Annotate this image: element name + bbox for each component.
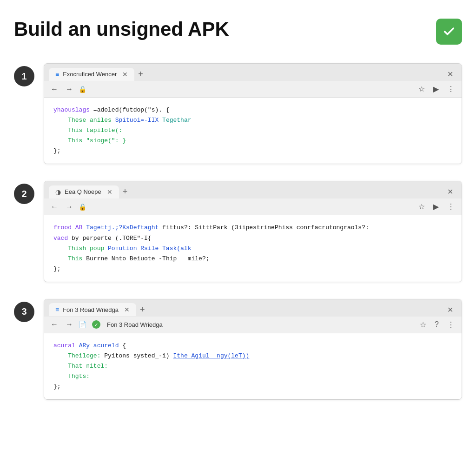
- step-1-container: 1 ≡ Exocruficed Wencer ✕ + ✕ ← → 🔒 ☆ ▶ ⋮…: [14, 63, 462, 164]
- step-1-menu-button[interactable]: ⋮: [445, 84, 457, 94]
- step-3-back-button[interactable]: ←: [49, 319, 60, 330]
- code-line: vacd by perperte (.TORE"-I{: [53, 233, 452, 244]
- step-2-window-close-icon[interactable]: ✕: [443, 185, 457, 198]
- step-1-tab-bar: ≡ Exocruficed Wencer ✕ + ✕: [44, 64, 462, 81]
- step-2-number: 2: [14, 184, 34, 204]
- step-1-window-close-icon[interactable]: ✕: [443, 68, 457, 80]
- code-line: frood AB Tagettj.;?KsDeftaght fittus?: S…: [53, 223, 452, 233]
- step-1-code: yhaouslags =adoled(futdop("s). { These a…: [44, 98, 462, 164]
- page-title: Build an unsigned APK: [14, 19, 229, 40]
- step-1-lock-icon: 🔒: [79, 86, 86, 93]
- step-2-nav: ← → 🔒 ☆ ▶ ⋮: [44, 198, 462, 215]
- step-1-tab-title: Exocruficed Wencer: [63, 71, 117, 78]
- step-1-nav: ← → 🔒 ☆ ▶ ⋮: [44, 81, 462, 98]
- step-3-tab-bar: ≡ Fon 3 Road Wriedga ✕ + ✕: [44, 299, 462, 317]
- step-2-play-button[interactable]: ▶: [431, 201, 441, 212]
- code-line: };: [53, 264, 452, 274]
- step-3-new-tab-button[interactable]: +: [136, 303, 149, 317]
- code-line: These aniles Spituoi=-IIX Tegethar: [53, 115, 452, 126]
- step-1-play-button[interactable]: ▶: [431, 84, 441, 94]
- step-2-forward-button[interactable]: →: [64, 202, 75, 212]
- step-2-new-tab-button[interactable]: +: [119, 185, 132, 198]
- step-2-code: frood AB Tagettj.;?KsDeftaght fittus?: S…: [44, 215, 462, 281]
- code-line: Thgts:: [53, 371, 452, 382]
- step-2-menu-button[interactable]: ⋮: [445, 201, 457, 212]
- code-line: yhaouslags =adoled(futdop("s). {: [53, 105, 452, 115]
- step-3-page-icon: 📄: [79, 321, 86, 328]
- code-line: This tapilote(:: [53, 126, 452, 136]
- step-3-window-close-icon[interactable]: ✕: [443, 304, 457, 316]
- step-3-menu-button[interactable]: ⋮: [445, 319, 457, 330]
- step-2-lock-icon: 🔒: [79, 203, 86, 211]
- step-3-bookmark-button[interactable]: ☆: [417, 319, 429, 330]
- step-2-container: 2 ◑ Eea Q Noepe ✕ + ✕ ← → 🔒 ☆ ▶ ⋮ frood …: [14, 181, 462, 282]
- step-2-tab-icon: ◑: [55, 188, 61, 196]
- code-line: };: [53, 146, 452, 156]
- step-2-bookmark-button[interactable]: ☆: [416, 201, 427, 212]
- step-2-back-button[interactable]: ←: [49, 202, 60, 212]
- code-line: };: [53, 382, 452, 392]
- step-1-tab[interactable]: ≡ Exocruficed Wencer ✕: [49, 68, 134, 81]
- step-1-number: 1: [14, 66, 34, 86]
- step-3-forward-button[interactable]: →: [64, 319, 75, 330]
- step-3-tab-title: Fon 3 Road Wriedga: [63, 306, 119, 313]
- code-line: This "sioge(": }: [53, 136, 452, 146]
- step-3-container: 3 ≡ Fon 3 Road Wriedga ✕ + ✕ ← → 📄 ✓ Fon…: [14, 299, 462, 400]
- step-2-tab-title: Eea Q Noepe: [65, 188, 101, 195]
- step-3-tab-close-icon[interactable]: ✕: [124, 306, 130, 313]
- step-3-warning-icon: ✓: [92, 320, 100, 329]
- step-3-number: 3: [14, 302, 34, 322]
- step-1-tab-close-icon[interactable]: ✕: [122, 71, 128, 78]
- step-3-tab[interactable]: ≡ Fon 3 Road Wriedga ✕: [49, 303, 136, 316]
- step-3-browser: ≡ Fon 3 Road Wriedga ✕ + ✕ ← → 📄 ✓ Fon 3…: [44, 299, 462, 400]
- step-3-code: acural ARy acureld { Theiloge: Pyitons s…: [44, 333, 462, 399]
- page-header: Build an unsigned APK: [14, 19, 462, 45]
- code-line: acural ARy acureld {: [53, 341, 452, 351]
- step-1-new-tab-button[interactable]: +: [134, 67, 147, 81]
- tab-icon: ≡: [55, 71, 59, 78]
- step-1-bookmark-button[interactable]: ☆: [416, 84, 427, 94]
- step-2-browser: ◑ Eea Q Noepe ✕ + ✕ ← → 🔒 ☆ ▶ ⋮ frood AB…: [44, 181, 462, 282]
- step-2-tab-close-icon[interactable]: ✕: [107, 188, 112, 196]
- step-3-url-text: Fon 3 Road Wriedga: [107, 321, 163, 328]
- step-2-tab-bar: ◑ Eea Q Noepe ✕ + ✕: [44, 181, 462, 198]
- step-3-nav: ← → 📄 ✓ Fon 3 Road Wriedga ☆ ? ⋮: [44, 317, 462, 333]
- code-line: This Burrne Nnto Beiuote -Thip___mile?;: [53, 254, 452, 264]
- step-2-tab[interactable]: ◑ Eea Q Noepe ✕: [49, 185, 119, 198]
- step-1-forward-button[interactable]: →: [64, 84, 75, 94]
- check-button[interactable]: [436, 19, 462, 45]
- code-line: That nitel:: [53, 361, 452, 371]
- step-1-back-button[interactable]: ←: [49, 84, 60, 94]
- step-3-help-button[interactable]: ?: [432, 319, 441, 330]
- step-3-tab-icon: ≡: [55, 306, 59, 313]
- step-1-browser: ≡ Exocruficed Wencer ✕ + ✕ ← → 🔒 ☆ ▶ ⋮ y…: [44, 63, 462, 164]
- code-line: Thish poup Ротution Rsile Task(alk: [53, 244, 452, 254]
- code-line: Theiloge: Pyitons systed_-i) Ithe Agiul_…: [53, 351, 452, 361]
